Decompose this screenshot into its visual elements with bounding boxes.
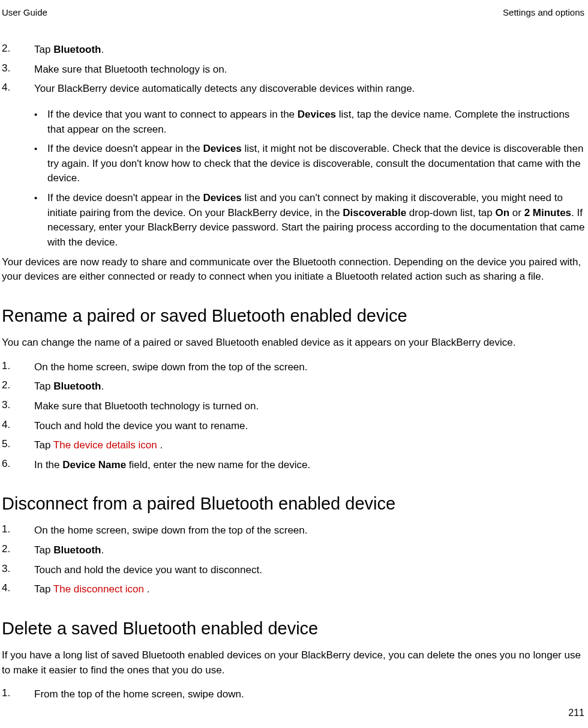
step-text: Your BlackBerry device automatically det… (34, 82, 586, 97)
step-number: 1. (2, 360, 34, 372)
step-text: Tap Bluetooth. (34, 43, 586, 58)
list-item: 4.Tap The disconnect icon . (2, 582, 586, 597)
step-text: Tap Bluetooth. (34, 543, 586, 558)
section2-steps: 1.On the home screen, swipe down from th… (2, 360, 586, 473)
section1-closing: Your devices are now ready to share and … (2, 255, 586, 284)
step-number: 4. (2, 582, 34, 594)
list-item: •If the device doesn't appear in the Dev… (34, 191, 586, 250)
list-item: 2.Tap Bluetooth. (2, 379, 586, 394)
step-number: 5. (2, 438, 34, 450)
step-number: 4. (2, 419, 34, 431)
step-text: In the Device Name field, enter the new … (34, 458, 586, 473)
section3-steps: 1.On the home screen, swipe down from th… (2, 523, 586, 597)
header-left: User Guide (2, 7, 47, 17)
step-text: Tap Bluetooth. (34, 379, 586, 394)
step-number: 2. (2, 379, 34, 391)
list-item: 6.In the Device Name field, enter the ne… (2, 458, 586, 473)
section4-heading: Delete a saved Bluetooth enabled device (2, 619, 586, 639)
list-item: 1.From the top of the home screen, swipe… (2, 687, 586, 702)
step-text: On the home screen, swipe down from the … (34, 523, 586, 538)
header-right: Settings and options (503, 7, 584, 17)
section3: Disconnect from a paired Bluetooth enabl… (2, 494, 586, 597)
section1-bullets: •If the device that you want to connect … (34, 107, 586, 250)
list-item: 2.Tap Bluetooth. (2, 543, 586, 558)
page-content: 2.Tap Bluetooth.3.Make sure that Bluetoo… (0, 43, 588, 702)
list-item: 4.Touch and hold the device you want to … (2, 419, 586, 434)
bullet-text: If the device doesn't appear in the Devi… (47, 142, 586, 186)
section1-steps: 2.Tap Bluetooth.3.Make sure that Bluetoo… (2, 43, 586, 97)
step-number: 3. (2, 62, 34, 74)
list-item: 3.Make sure that Bluetooth technology is… (2, 62, 586, 77)
step-text: Tap The device details icon . (34, 438, 586, 453)
step-number: 1. (2, 687, 34, 699)
step-number: 2. (2, 543, 34, 555)
step-number: 1. (2, 523, 34, 535)
list-item: 3.Make sure that Bluetooth technology is… (2, 399, 586, 414)
step-number: 3. (2, 399, 34, 411)
section2-intro: You can change the name of a paired or s… (2, 335, 586, 350)
step-number: 2. (2, 43, 34, 55)
step-text: Tap The disconnect icon . (34, 582, 586, 597)
section4: Delete a saved Bluetooth enabled device … (2, 619, 586, 702)
step-text: From the top of the home screen, swipe d… (34, 687, 586, 702)
section4-steps: 1.From the top of the home screen, swipe… (2, 687, 586, 702)
step-text: Touch and hold the device you want to re… (34, 419, 586, 434)
step-number: 3. (2, 563, 34, 575)
step-text: Make sure that Bluetooth technology is o… (34, 62, 586, 77)
step-number: 6. (2, 458, 34, 470)
step-text: Touch and hold the device you want to di… (34, 563, 586, 578)
section3-heading: Disconnect from a paired Bluetooth enabl… (2, 494, 586, 514)
step-number: 4. (2, 82, 34, 94)
section4-intro: If you have a long list of saved Bluetoo… (2, 648, 586, 678)
list-item: 1.On the home screen, swipe down from th… (2, 523, 586, 538)
step-text: Make sure that Bluetooth technology is t… (34, 399, 586, 414)
list-item: •If the device that you want to connect … (34, 107, 586, 137)
step-text: On the home screen, swipe down from the … (34, 360, 586, 375)
section2: Rename a paired or saved Bluetooth enabl… (2, 306, 586, 472)
page-header: User Guide Settings and options (0, 7, 588, 17)
list-item: 1.On the home screen, swipe down from th… (2, 360, 586, 375)
page-number: 211 (568, 708, 584, 718)
bullet-icon: • (34, 107, 47, 122)
bullet-icon: • (34, 191, 47, 205)
bullet-text: If the device that you want to connect t… (47, 107, 586, 137)
bullet-text: If the device doesn't appear in the Devi… (47, 191, 586, 250)
list-item: •If the device doesn't appear in the Dev… (34, 142, 586, 186)
list-item: 5.Tap The device details icon . (2, 438, 586, 453)
list-item: 3.Touch and hold the device you want to … (2, 563, 586, 578)
list-item: 4.Your BlackBerry device automatically d… (2, 82, 586, 97)
section2-heading: Rename a paired or saved Bluetooth enabl… (2, 306, 586, 326)
list-item: 2.Tap Bluetooth. (2, 43, 586, 58)
bullet-icon: • (34, 142, 47, 156)
